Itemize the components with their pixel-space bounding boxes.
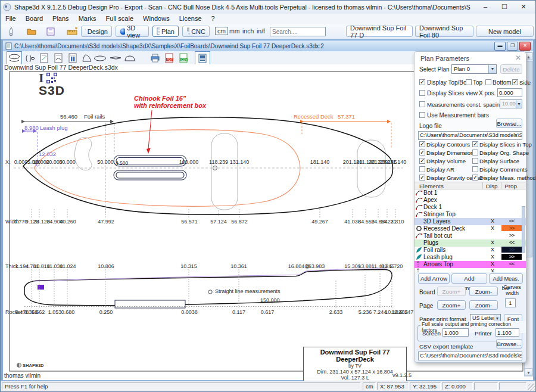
element-display-flag[interactable]: X bbox=[484, 254, 501, 260]
deck-shape-icon[interactable] bbox=[122, 51, 138, 65]
element-properties-toggle[interactable]: >> bbox=[501, 225, 522, 231]
resize-grip[interactable] bbox=[528, 384, 535, 391]
display-slices-checkbox[interactable] bbox=[419, 90, 425, 96]
top-checkbox[interactable] bbox=[466, 79, 472, 85]
element-row-stringer-top[interactable]: Stringer Top bbox=[415, 211, 526, 218]
element-properties-toggle[interactable]: >> bbox=[501, 247, 522, 253]
element-properties-toggle[interactable]: << bbox=[501, 218, 522, 224]
display-volume-checkbox[interactable] bbox=[419, 158, 425, 164]
logo-path-field[interactable]: C:\Users\thoma\Documents\S3d models\Shap… bbox=[418, 131, 522, 140]
menu-board[interactable]: Board bbox=[21, 14, 48, 24]
csv-export-icon[interactable]: CSV bbox=[176, 51, 191, 65]
board-sheet-icon[interactable] bbox=[195, 51, 210, 65]
add-comment-button[interactable]: Add Comment bbox=[451, 273, 487, 284]
display-contours-checkbox[interactable] bbox=[419, 141, 425, 147]
element-display-flag[interactable]: X bbox=[484, 218, 501, 224]
display-dimensions-checkbox[interactable] bbox=[419, 150, 425, 155]
cnc-view-button[interactable]: CNC bbox=[182, 26, 210, 37]
minimize-button[interactable]: – bbox=[476, 2, 495, 13]
save-icon[interactable] bbox=[45, 26, 57, 37]
display-org-shape-checkbox[interactable] bbox=[472, 150, 478, 155]
add-meas-bar-button[interactable]: Add Meas. bar bbox=[489, 273, 523, 284]
unit-mm[interactable]: mm bbox=[229, 27, 240, 35]
board-zoom-minus-button[interactable]: Zoom- bbox=[469, 287, 498, 296]
element-properties-toggle[interactable]: << bbox=[501, 261, 522, 267]
board-outline-view-icon[interactable] bbox=[7, 51, 22, 65]
chevron-down-icon[interactable]: ▼ bbox=[488, 65, 496, 73]
chevron-down-icon[interactable]: ▼ bbox=[516, 100, 522, 108]
search-input[interactable] bbox=[270, 27, 326, 36]
display-gravity-center-checkbox[interactable] bbox=[419, 175, 425, 181]
element-row-deck-1[interactable]: Deck 1 bbox=[415, 204, 526, 211]
elements-scrollbar[interactable] bbox=[522, 206, 525, 253]
outline-shape-icon[interactable] bbox=[92, 51, 108, 65]
measurement-sheet-icon[interactable] bbox=[65, 51, 80, 65]
select-plan-dropdown[interactable]: Plan 0▼ bbox=[451, 64, 497, 74]
element-row-bot-1[interactable]: Bot 1 bbox=[415, 189, 526, 197]
maximize-button[interactable]: ☐ bbox=[495, 2, 514, 13]
printer-factor-input[interactable]: 1.100 bbox=[496, 328, 519, 337]
element-display-flag[interactable]: X bbox=[484, 247, 501, 253]
tab-downwind-sup-foil-77[interactable]: Downwind Sup Foil 77 D bbox=[346, 26, 413, 37]
element-properties-toggle[interactable]: >> bbox=[501, 232, 522, 238]
unit-inch[interactable]: inch bbox=[242, 27, 254, 35]
element-row-tail-bot-cut[interactable]: Tail bot cut>> bbox=[415, 232, 526, 239]
menu-help[interactable]: ? bbox=[207, 14, 220, 24]
slice-sheet-icon[interactable] bbox=[51, 51, 66, 65]
menu-windows[interactable]: Windows bbox=[138, 14, 174, 24]
close-button[interactable]: ✕ bbox=[514, 2, 533, 13]
display-comments-checkbox[interactable] bbox=[472, 166, 478, 172]
new-file-icon[interactable] bbox=[5, 26, 17, 37]
element-row-foil-rails[interactable]: Foil railsX>> bbox=[415, 247, 526, 254]
meas-bars-checkbox[interactable] bbox=[419, 112, 425, 118]
element-row-3d-layers[interactable]: 3D LayersX<< bbox=[415, 218, 526, 225]
pdf-export-icon[interactable]: PDF bbox=[161, 51, 177, 65]
profile-shape-icon[interactable] bbox=[108, 51, 123, 65]
curves-width-input[interactable]: 1 bbox=[505, 298, 516, 307]
display-slices-in-top-checkbox[interactable] bbox=[472, 141, 478, 147]
element-properties-toggle[interactable]: << bbox=[501, 239, 522, 245]
menu-license[interactable]: License bbox=[174, 14, 207, 24]
xpos-input[interactable]: 0.000 bbox=[497, 88, 522, 97]
display-surface-checkbox[interactable] bbox=[472, 158, 478, 164]
side-checkbox[interactable] bbox=[512, 79, 518, 85]
display-ar-checkbox[interactable] bbox=[419, 166, 425, 172]
element-properties-toggle[interactable]: >> bbox=[501, 254, 522, 260]
spec-sheet-icon[interactable] bbox=[36, 51, 52, 65]
unit-cm[interactable]: cm bbox=[215, 27, 228, 35]
element-row-arrows-top[interactable]: Arrows TopX<< bbox=[415, 261, 526, 268]
meas-spacing-dropdown[interactable]: 10.000▼ bbox=[500, 99, 522, 108]
scroll-down-icon[interactable]: ▼ bbox=[525, 368, 532, 376]
meas-spacing-checkbox[interactable] bbox=[419, 101, 425, 107]
element-row-leash-plug[interactable]: Leash plugX>> bbox=[415, 254, 526, 261]
add-arrow-button[interactable]: Add Arrow bbox=[418, 273, 450, 284]
doc-minimize-button[interactable]: ▬ bbox=[494, 42, 506, 51]
delete-plan-button[interactable]: Delete bbox=[500, 64, 522, 74]
element-row-clipped[interactable]: X bbox=[415, 268, 526, 272]
panel-close-icon[interactable]: ✕ bbox=[515, 54, 521, 62]
board-zoom-plus-button[interactable]: Zoom+ bbox=[437, 287, 466, 296]
menu-full-scale[interactable]: Full scale bbox=[101, 14, 138, 24]
unit-inf[interactable]: in/f bbox=[257, 27, 265, 35]
slices-view-icon[interactable] bbox=[22, 51, 38, 65]
csv-path-field[interactable]: C:\Users\thoma\Documents\S3d models\Shap… bbox=[418, 351, 522, 360]
screen-factor-input[interactable]: 1.000 bbox=[442, 328, 469, 337]
logo-browse-button[interactable]: Browse... bbox=[496, 119, 522, 128]
bottom-checkbox[interactable] bbox=[485, 79, 491, 85]
menu-file[interactable]: File bbox=[1, 14, 21, 24]
element-display-flag[interactable]: X bbox=[484, 225, 501, 231]
plan-view-button[interactable]: Plan bbox=[152, 26, 179, 37]
menu-plans[interactable]: Plans bbox=[48, 14, 74, 24]
page-zoom-plus-button[interactable]: Zoom+ bbox=[437, 300, 466, 310]
display-meas-method-checkbox[interactable] bbox=[472, 175, 478, 181]
element-display-flag[interactable]: X bbox=[484, 268, 501, 272]
new-model-button[interactable]: New model bbox=[476, 26, 534, 37]
display-topbot-checkbox[interactable] bbox=[419, 79, 425, 85]
element-row-apex[interactable]: Apex bbox=[415, 197, 526, 204]
3d-view-button[interactable]: 3D view bbox=[116, 26, 149, 37]
csv-browse-button[interactable]: Browse... bbox=[496, 339, 522, 349]
menu-marks[interactable]: Marks bbox=[74, 14, 101, 24]
page-zoom-minus-button[interactable]: Zoom- bbox=[469, 300, 498, 310]
doc-close-button[interactable]: ✕ bbox=[519, 42, 531, 51]
tab-downwind-sup-foil-80[interactable]: Downwind Sup Foil 80 bbox=[415, 26, 473, 37]
